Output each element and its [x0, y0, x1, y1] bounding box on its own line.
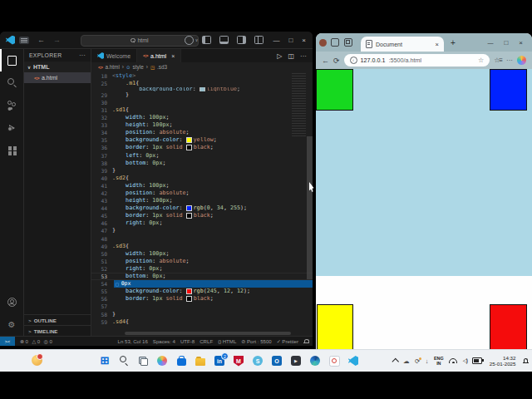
folder-html[interactable]: ∨ HTML: [24, 62, 91, 72]
timeline-section[interactable]: > TIMELINE: [24, 325, 91, 336]
copilot-icon[interactable]: [156, 355, 168, 367]
file-a-html[interactable]: <> a.html: [24, 72, 91, 83]
battery-icon[interactable]: [472, 357, 482, 364]
code-line: 29 }: [91, 91, 313, 99]
code-editor[interactable]: 18<style>25 .m1{ background-color: light…: [91, 71, 313, 336]
tab-a-html[interactable]: <> a.html ×: [137, 49, 181, 62]
search-icon[interactable]: [118, 355, 130, 367]
maximize-button[interactable]: □: [504, 39, 508, 47]
favorites-icon[interactable]: ☆≡: [494, 57, 502, 64]
eol-sequence[interactable]: CRLF: [200, 338, 213, 344]
clock[interactable]: 14:32 25-01-2025: [490, 355, 516, 367]
snipping-tool-icon[interactable]: [328, 355, 340, 367]
live-server-port[interactable]: ⊘ Port : 5500: [241, 338, 271, 344]
task-view-icon[interactable]: [137, 355, 149, 367]
language-mode[interactable]: {} HTML: [218, 338, 236, 344]
editor-more-icon[interactable]: ···: [300, 52, 307, 60]
download-icon[interactable]: ↓: [426, 357, 429, 365]
braces-icon: {}: [218, 338, 221, 344]
close-tab-icon[interactable]: ×: [436, 41, 439, 48]
notifications-bell-icon[interactable]: [523, 358, 529, 364]
speaker-icon[interactable]: ◁): [463, 357, 467, 364]
start-icon[interactable]: ⊞: [99, 355, 111, 367]
toggle-secondary-sidebar-icon[interactable]: [237, 36, 246, 44]
store-icon[interactable]: [175, 355, 187, 367]
hidden-icons-chevron[interactable]: [392, 358, 399, 365]
menu-icon[interactable]: [19, 37, 29, 44]
settings-gear-icon[interactable]: ⚙: [0, 313, 23, 336]
url-path: :5500/a.html: [389, 57, 422, 64]
run-open-browser-icon[interactable]: ▷: [277, 52, 282, 60]
notifications-bell-icon[interactable]: [303, 339, 308, 344]
outlook-icon[interactable]: [271, 355, 283, 367]
explorer-icon[interactable]: [0, 49, 23, 71]
errors-warnings[interactable]: ⊗0 △0 ◎0: [20, 338, 52, 344]
back-icon[interactable]: ←: [37, 36, 45, 44]
explorer-more-icon[interactable]: ···: [79, 52, 86, 58]
tab-actions-icon[interactable]: [344, 38, 352, 47]
back-icon[interactable]: ←: [322, 57, 329, 65]
minimize-button[interactable]: —: [273, 37, 279, 44]
close-button[interactable]: ×: [519, 39, 523, 47]
formatter[interactable]: ✓ Prettier: [277, 338, 298, 344]
remote-indicator[interactable]: ><: [0, 337, 15, 346]
accounts-icon[interactable]: [0, 291, 23, 313]
wifi-icon[interactable]: [449, 358, 457, 363]
onedrive-cloud-icon[interactable]: ☁: [403, 357, 410, 365]
badge: 2: [221, 352, 229, 360]
profile-avatar[interactable]: [319, 39, 327, 47]
close-button[interactable]: ×: [302, 37, 306, 44]
copilot-icon[interactable]: [517, 56, 526, 65]
linkedin-icon[interactable]: 2: [214, 355, 225, 367]
maximize-button[interactable]: □: [288, 37, 293, 44]
bookmark-star-icon[interactable]: ☆: [478, 57, 484, 64]
vertical-scrollbar[interactable]: [307, 136, 313, 279]
browser-toolbar: ← ⟳ i 127.0.0.1 :5500/a.html ☆ ☆≡ ···: [316, 52, 532, 69]
code-line: 42 position: absolute;: [91, 190, 313, 197]
browser-tab[interactable]: Document ×: [361, 37, 444, 52]
cursor-position[interactable]: Ln 53, Col 16: [118, 338, 148, 344]
source-control-icon[interactable]: [0, 94, 23, 116]
copilot-menu-icon[interactable]: [185, 36, 194, 45]
skype-icon[interactable]: [252, 355, 264, 367]
search-sidebar-icon[interactable]: [0, 71, 23, 94]
sync-icon[interactable]: ⟳: [415, 357, 420, 365]
tab-welcome[interactable]: Welcome: [91, 49, 137, 62]
horizontal-scrollbar[interactable]: [125, 332, 291, 335]
minimize-button[interactable]: —: [487, 40, 493, 46]
run-debug-icon[interactable]: [0, 116, 23, 139]
code-line: 32 width: 100px;: [91, 114, 313, 121]
minimap[interactable]: [292, 73, 306, 136]
extensions-icon[interactable]: [0, 139, 23, 161]
address-bar[interactable]: i 127.0.0.1 :5500/a.html ☆: [344, 54, 490, 66]
edge-icon[interactable]: [309, 355, 321, 367]
customize-layout-icon[interactable]: [254, 36, 264, 44]
mcafee-icon[interactable]: [233, 355, 244, 367]
toggle-sidebar-icon[interactable]: [202, 36, 211, 44]
outline-section[interactable]: > OUTLINE: [24, 314, 91, 325]
encoding[interactable]: UTF-8: [180, 338, 195, 344]
command-search-input[interactable]: html: [81, 35, 199, 47]
toggle-panel-icon[interactable]: [219, 36, 229, 44]
code-line: 40.sd2{: [91, 175, 313, 182]
vscode-icon[interactable]: [347, 355, 359, 367]
workspaces-icon[interactable]: [331, 38, 339, 47]
file-explorer-icon[interactable]: [195, 355, 206, 367]
site-info-icon[interactable]: i: [350, 57, 357, 64]
notification-corner-icon[interactable]: [32, 355, 42, 366]
suggest-label[interactable]: 0px: [121, 280, 131, 288]
folder-label: HTML: [33, 64, 49, 70]
indentation[interactable]: Spaces: 4: [153, 338, 175, 344]
breadcrumb[interactable]: <> a.html › ⊙ style › ◳ .sd3: [91, 62, 313, 71]
code-line: 41 width: 100px;: [91, 182, 313, 190]
color-swatch: [186, 288, 192, 294]
new-tab-button[interactable]: +: [451, 38, 456, 47]
close-tab-icon[interactable]: ×: [171, 53, 175, 59]
split-editor-icon[interactable]: ◫: [288, 52, 294, 60]
html-file-icon: <>: [143, 53, 148, 58]
forward-icon[interactable]: →: [53, 36, 61, 44]
browser-menu-icon[interactable]: ···: [506, 57, 513, 64]
refresh-icon[interactable]: ⟳: [333, 57, 340, 65]
language-indicator[interactable]: ENG IN: [434, 356, 444, 366]
media-player-icon[interactable]: [290, 355, 302, 367]
